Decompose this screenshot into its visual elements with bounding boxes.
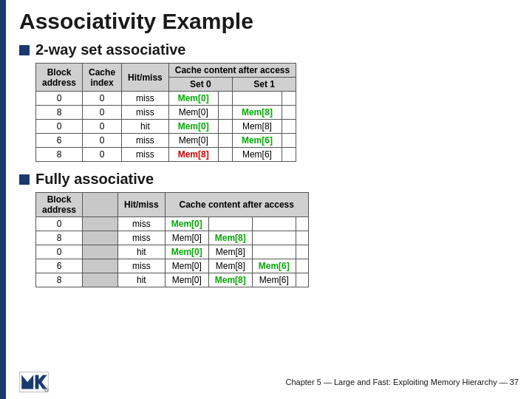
table-cell bbox=[252, 245, 296, 259]
table-row: 0hitMem[0]Mem[8] bbox=[36, 245, 309, 259]
table-cell: hit bbox=[118, 273, 166, 287]
footer: R Chapter 5 — Large and Fast: Exploiting… bbox=[19, 371, 519, 393]
table-cell: hit bbox=[118, 245, 166, 259]
table-cell: Mem[6] bbox=[232, 148, 282, 162]
table-cell: miss bbox=[122, 92, 169, 106]
table-cell: Mem[0] bbox=[168, 106, 218, 120]
table-cell bbox=[296, 217, 308, 231]
table-cell: Mem[8] bbox=[208, 259, 252, 273]
table-cell bbox=[296, 259, 308, 273]
table-row: 60missMem[0]Mem[6] bbox=[36, 134, 296, 148]
section-2way-header: 2-way set associative bbox=[19, 41, 519, 58]
table-cell bbox=[296, 273, 308, 287]
svg-marker-2 bbox=[35, 375, 47, 389]
th-fa-block: Blockaddress bbox=[36, 193, 83, 217]
table-cell bbox=[296, 245, 308, 259]
table-cell: miss bbox=[118, 217, 166, 231]
table-cell: Mem[0] bbox=[165, 245, 208, 259]
table-row: 00missMem[0] bbox=[36, 92, 296, 106]
section-fully-title: Fully associative bbox=[35, 171, 154, 188]
table-fully: Blockaddress Hit/miss Cache content afte… bbox=[35, 192, 309, 287]
table-cell: Mem[6] bbox=[252, 259, 296, 273]
table-cell bbox=[296, 231, 308, 245]
th-fa-hitmiss: Hit/miss bbox=[118, 193, 166, 217]
table-cell: Mem[0] bbox=[165, 217, 208, 231]
table-cell: Mem[8] bbox=[168, 148, 218, 162]
table-cell bbox=[218, 148, 232, 162]
table-cell: 8 bbox=[36, 106, 83, 120]
page-container: Associativity Example 2-way set associat… bbox=[0, 0, 532, 399]
table-cell: Mem[8] bbox=[208, 231, 252, 245]
table-cell: Mem[8] bbox=[208, 245, 252, 259]
table-row: 0missMem[0] bbox=[36, 217, 309, 231]
table-cell: Mem[8] bbox=[232, 106, 282, 120]
table-cell bbox=[218, 134, 232, 148]
table-cell: miss bbox=[118, 259, 166, 273]
table-2way: Blockaddress Cacheindex Hit/miss Cache c… bbox=[35, 63, 296, 162]
table-cell bbox=[83, 231, 118, 245]
th-fa-gray1 bbox=[83, 193, 118, 217]
table-cell: 0 bbox=[36, 217, 83, 231]
table-cell: 8 bbox=[36, 273, 83, 287]
th-cache-index: Cacheindex bbox=[83, 64, 122, 92]
bullet-2 bbox=[19, 174, 30, 185]
table-row: 80missMem[0]Mem[8] bbox=[36, 106, 296, 120]
table-cell: 0 bbox=[83, 120, 122, 134]
table-cell: miss bbox=[122, 148, 169, 162]
table-cell: Mem[6] bbox=[232, 134, 282, 148]
svg-marker-1 bbox=[21, 375, 33, 389]
th-hit-miss: Hit/miss bbox=[122, 64, 169, 92]
table-cell: Mem[0] bbox=[165, 231, 208, 245]
th-block: Blockaddress bbox=[36, 64, 83, 92]
table-cell: Mem[8] bbox=[232, 120, 282, 134]
table-cell bbox=[218, 120, 232, 134]
table-cell: 8 bbox=[36, 231, 83, 245]
table-cell bbox=[282, 120, 296, 134]
table-cell bbox=[218, 92, 232, 106]
table-cell bbox=[83, 217, 118, 231]
table-cell: hit bbox=[122, 120, 169, 134]
table-cell: 6 bbox=[36, 134, 83, 148]
table-cell: 0 bbox=[36, 92, 83, 106]
table-cell bbox=[232, 92, 282, 106]
table-cell bbox=[83, 245, 118, 259]
table-row: 8missMem[0]Mem[8] bbox=[36, 231, 309, 245]
table-cell bbox=[282, 148, 296, 162]
mk-logo: R bbox=[19, 371, 49, 393]
table-cell: 0 bbox=[36, 120, 83, 134]
table-cell bbox=[218, 106, 232, 120]
table-cell bbox=[252, 231, 296, 245]
table-cell: Mem[0] bbox=[165, 259, 208, 273]
section-fully-header: Fully associative bbox=[19, 171, 519, 188]
table-cell: 0 bbox=[83, 106, 122, 120]
table-row: 8hitMem[0]Mem[8]Mem[6] bbox=[36, 273, 309, 287]
table-cell bbox=[282, 106, 296, 120]
table-cell: miss bbox=[122, 106, 169, 120]
bullet-1 bbox=[19, 45, 30, 55]
table-cell: Mem[0] bbox=[165, 273, 208, 287]
table-cell bbox=[282, 134, 296, 148]
page-title: Associativity Example bbox=[19, 9, 519, 34]
table-row: 6missMem[0]Mem[8]Mem[6] bbox=[36, 259, 309, 273]
th-cache-content: Cache content after access bbox=[168, 64, 296, 78]
table-cell bbox=[83, 273, 118, 287]
table-cell: miss bbox=[118, 231, 166, 245]
table-cell: Mem[6] bbox=[252, 273, 296, 287]
table-cell: 0 bbox=[36, 245, 83, 259]
table-cell: miss bbox=[122, 134, 169, 148]
footer-text: Chapter 5 — Large and Fast: Exploiting M… bbox=[286, 378, 519, 386]
left-border bbox=[0, 0, 6, 399]
footer-logo: R bbox=[19, 371, 49, 393]
th-fa-cache-content: Cache content after access bbox=[165, 193, 308, 217]
table-row: 00hitMem[0]Mem[8] bbox=[36, 120, 296, 134]
table-row: 80missMem[8]Mem[6] bbox=[36, 148, 296, 162]
table-cell bbox=[252, 217, 296, 231]
table-cell: 6 bbox=[36, 259, 83, 273]
table-cell: 0 bbox=[83, 148, 122, 162]
table-cell: Mem[8] bbox=[208, 273, 252, 287]
th-set1: Set 1 bbox=[232, 78, 296, 92]
table-cell: 0 bbox=[83, 134, 122, 148]
table-cell: Mem[0] bbox=[168, 92, 218, 106]
table-cell bbox=[282, 92, 296, 106]
table-cell: Mem[0] bbox=[168, 134, 218, 148]
